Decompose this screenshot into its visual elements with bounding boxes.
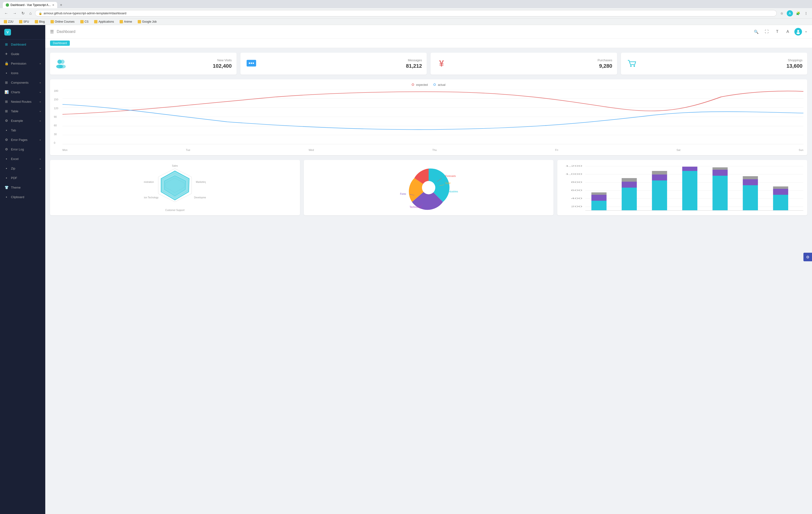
svg-text:Forex: Forex [400,193,406,195]
svg-rect-57 [621,188,637,210]
bookmark-online-courses[interactable]: Online Courses [50,20,76,24]
sidebar-item-charts[interactable]: 📊 Charts ▸ [0,87,45,97]
refresh-button[interactable]: ↻ [20,10,26,17]
sidebar-logo: V [0,25,45,39]
sidebar-item-tab[interactable]: ▪ Tab [0,126,45,135]
sidebar-item-zip[interactable]: ▪ Zip ▸ [0,164,45,173]
bookmark-anime[interactable]: Anime [119,20,133,24]
profile-icon[interactable]: A [787,10,793,17]
menu-icon[interactable]: ⋮ [803,10,809,17]
sidebar-item-error-log[interactable]: ⚙ Error Log [0,144,45,154]
bookmark-cs[interactable]: CS [79,20,90,24]
app-layout: V ⊞ Dashboard ✈ Guide 🔒 Permission ▸ ▪ I… [0,25,812,514]
browser-chrome: Dashboard - Vue Typescript A... ✕ + [0,0,812,8]
svg-rect-61 [652,174,667,181]
error-log-icon: ⚙ [4,147,8,151]
hamburger-icon[interactable]: ☰ [50,29,54,34]
pdf-icon: ▪ [4,176,8,180]
header: ☰ Dashboard 🔍 ⛶ T A ▼ [45,25,812,38]
line-chart-container: 180 150 120 90 60 30 0 [54,89,804,152]
tab-close-button[interactable]: ✕ [52,4,54,7]
x-label: Sun [799,148,804,152]
home-button[interactable]: ⌂ [28,10,33,17]
stat-info-purchases: Purchases 9,280 [452,58,612,69]
actual-dot [433,83,436,86]
svg-text:Technology: Technology [410,206,422,208]
search-icon[interactable]: 🔍 [752,28,760,35]
bookmark-label: SFU [23,20,29,23]
svg-text:Gold: Gold [445,182,450,185]
stat-card-messages: Messages 81,212 [240,53,427,75]
bar-chart-card: 1,200 1,000 800 600 400 200 [557,160,807,215]
sidebar-item-permission[interactable]: 🔒 Permission ▸ [0,59,45,68]
sidebar-item-label: Nested Routes [11,100,37,104]
sidebar-item-label: Charts [11,90,37,94]
active-tab[interactable]: Dashboard - Vue Typescript A... ✕ [3,2,57,8]
svg-point-1 [796,32,800,34]
folder-icon [80,20,84,23]
bookmark-label: Blog [39,20,45,23]
svg-rect-64 [683,167,698,171]
svg-rect-70 [743,176,758,179]
svg-rect-56 [591,192,607,195]
forward-button[interactable]: → [11,10,18,17]
stat-card-new-visits: New Visits 102,400 [50,53,237,75]
svg-rect-72 [773,189,788,195]
expected-dot [412,83,414,86]
legend-expected: expected [412,83,428,86]
sidebar-item-nested-routes[interactable]: ⊞ Nested Routes ▸ [0,97,45,106]
chart-legend: expected actual [54,83,804,86]
arrow-icon: ▸ [40,110,41,112]
browser-nav: ← → ↻ ⌂ 🔒 armour.github.io/vue-typescrip… [0,8,812,19]
sidebar-item-label: Error Log [11,147,41,151]
arrow-icon: ▸ [40,91,41,93]
dropdown-arrow[interactable]: ▼ [805,30,807,33]
sidebar-item-components[interactable]: ⊞ Components ▸ [0,78,45,87]
sidebar-item-guide[interactable]: ✈ Guide [0,49,45,59]
bookmark-applications[interactable]: Applications [93,20,115,24]
svg-text:Industries: Industries [448,190,458,193]
bookmark-zju[interactable]: ZJU [3,20,14,24]
pie-chart: Forecasts Gold Industries Forex Technolo… [308,164,550,212]
back-button[interactable]: ← [3,10,9,17]
folder-icon [51,20,54,23]
stat-info-messages: Messages 81,212 [261,58,422,69]
font-icon[interactable]: T [774,28,781,35]
svg-point-3 [60,60,64,64]
new-tab-button[interactable]: + [58,2,64,8]
gear-fab-button[interactable]: ⚙ [804,253,812,261]
extension-icon[interactable]: 🧩 [795,10,801,17]
sidebar-item-pdf[interactable]: ▪ PDF [0,173,45,183]
theme-icon: 👕 [4,186,8,189]
svg-text:Marketing: Marketing [196,181,206,183]
user-avatar[interactable] [794,28,802,35]
sidebar-item-theme[interactable]: 👕 Theme [0,183,45,192]
sidebar-item-table[interactable]: ⊞ Table ▸ [0,106,45,116]
folder-icon [94,20,97,23]
x-label: Thu [432,148,437,152]
bookmark-blog[interactable]: Blog [34,20,46,24]
clipboard-icon: ▪ [4,195,8,199]
sidebar-item-icons[interactable]: ▪ Icons [0,68,45,78]
stat-value: 9,280 [452,63,612,69]
radar-chart: Sales Administration Marketing Developme… [54,164,296,212]
fullscreen-icon[interactable]: ⛶ [763,28,771,35]
svg-rect-68 [743,185,758,210]
actual-label: actual [438,83,445,86]
sidebar-item-clipboard[interactable]: ▪ Clipboard [0,192,45,202]
translate-icon[interactable]: A [784,28,791,35]
sidebar: V ⊞ Dashboard ✈ Guide 🔒 Permission ▸ ▪ I… [0,25,45,514]
sidebar-item-example[interactable]: ⚙ Example ▸ [0,116,45,126]
main-content: ☰ Dashboard 🔍 ⛶ T A ▼ Dashboard [45,25,812,514]
bookmark-label: Applications [98,20,114,23]
sidebar-item-excel[interactable]: ▪ Excel ▸ [0,154,45,164]
svg-text:800: 800 [571,181,583,183]
sidebar-item-error-pages[interactable]: ⚙ Error Pages ▸ [0,135,45,144]
address-bar[interactable]: 🔒 armour.github.io/vue-typescript-admin-… [35,10,777,17]
bookmark-icon[interactable]: ☆ [779,10,785,17]
arrow-icon: ▸ [40,138,41,141]
svg-text:400: 400 [571,197,583,199]
bookmark-sfu[interactable]: SFU [18,20,30,24]
sidebar-item-dashboard[interactable]: ⊞ Dashboard [0,39,45,49]
bookmark-google-job[interactable]: Google Job [137,20,157,24]
